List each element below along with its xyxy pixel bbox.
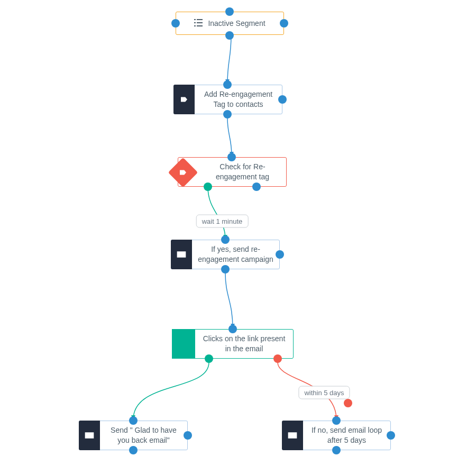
tag-icon bbox=[168, 158, 198, 188]
svg-rect-9 bbox=[197, 22, 203, 23]
svg-rect-11 bbox=[197, 25, 203, 26]
port-right[interactable] bbox=[184, 431, 192, 440]
port-top[interactable] bbox=[228, 325, 237, 333]
node-label: If yes, send re-engagement campaign bbox=[192, 240, 279, 269]
mail-icon bbox=[79, 421, 100, 450]
port-top[interactable] bbox=[225, 7, 234, 16]
svg-rect-6 bbox=[194, 19, 196, 20]
pill-label: within 5 days bbox=[304, 389, 344, 397]
node-label: Inactive Segment bbox=[208, 19, 265, 28]
port-top[interactable] bbox=[223, 80, 232, 89]
node-label: If no, send email loop after 5 days bbox=[303, 421, 390, 450]
connectors bbox=[0, 0, 476, 474]
port-no[interactable] bbox=[252, 183, 261, 191]
node-check-tag[interactable]: Check for Re-engagement tag bbox=[178, 157, 287, 187]
port-right[interactable] bbox=[280, 19, 288, 28]
port-top[interactable] bbox=[227, 153, 236, 161]
node-clicks-link[interactable]: Clicks on the link present in the email bbox=[172, 329, 294, 359]
delay-badge[interactable]: within 5 days bbox=[298, 386, 350, 399]
port-yes[interactable] bbox=[205, 354, 213, 363]
port-bottom[interactable] bbox=[221, 265, 230, 274]
svg-rect-8 bbox=[194, 22, 196, 23]
tag-icon bbox=[173, 85, 195, 114]
mail-icon bbox=[171, 240, 192, 269]
port-top[interactable] bbox=[129, 416, 138, 425]
port-pill[interactable] bbox=[344, 399, 352, 407]
pill-label: wait 1 minute bbox=[202, 217, 243, 225]
workflow-canvas[interactable]: Inactive Segment Add Re-engagement Tag t… bbox=[0, 0, 476, 474]
port-yes[interactable] bbox=[204, 183, 212, 191]
node-label: Send " Glad to have you back email" bbox=[100, 421, 187, 450]
mail-icon bbox=[282, 421, 303, 450]
node-label: Check for Re-engagement tag bbox=[199, 158, 286, 186]
list-icon bbox=[194, 19, 203, 28]
port-left[interactable] bbox=[171, 19, 180, 28]
port-bottom[interactable] bbox=[332, 446, 341, 454]
port-bottom[interactable] bbox=[223, 110, 232, 118]
port-no[interactable] bbox=[273, 354, 282, 363]
port-right[interactable] bbox=[387, 431, 395, 440]
node-label: Add Re-engagement Tag to contacts bbox=[195, 85, 282, 114]
port-bottom[interactable] bbox=[225, 31, 234, 40]
port-bottom[interactable] bbox=[129, 446, 138, 454]
port-right[interactable] bbox=[276, 250, 284, 259]
port-top[interactable] bbox=[221, 235, 230, 244]
svg-rect-7 bbox=[197, 19, 203, 20]
node-label: Clicks on the link present in the email bbox=[195, 330, 293, 358]
svg-rect-10 bbox=[194, 25, 196, 26]
port-top[interactable] bbox=[332, 416, 341, 425]
wait-badge[interactable]: wait 1 minute bbox=[196, 215, 249, 228]
port-right[interactable] bbox=[278, 95, 287, 104]
decision-icon bbox=[172, 329, 195, 359]
